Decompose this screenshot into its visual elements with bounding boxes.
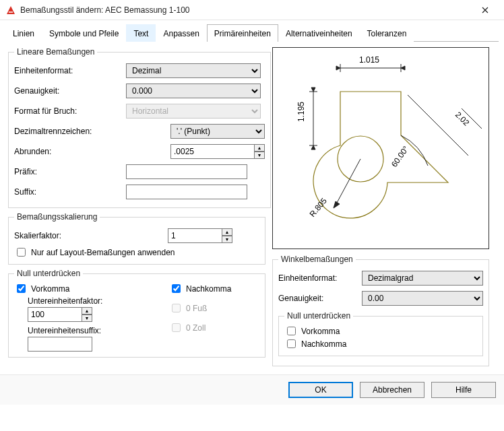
close-button[interactable]: [472, 1, 499, 20]
group-angular-zero-legend: Null unterdrücken: [284, 311, 353, 321]
subsuffix-label: Untereinheitensuffix:: [28, 326, 149, 335]
tab-alternativeinheiten[interactable]: Alternativeinheiten: [278, 24, 360, 42]
ang-unitformat-select[interactable]: Dezimalgrad: [362, 271, 483, 286]
trailing-checkbox[interactable]: Nachkomma: [169, 282, 231, 295]
leading-checkbox[interactable]: Vorkomma: [14, 282, 149, 295]
tab-strip: Linien Symbole und Pfeile Text Anpassen …: [0, 20, 504, 42]
round-up[interactable]: ▲: [254, 144, 265, 152]
unitformat-label: Einheitenformat:: [14, 66, 122, 75]
tab-primaereinheiten[interactable]: Primäreinheiten: [207, 24, 278, 42]
help-button[interactable]: Hilfe: [431, 382, 496, 398]
group-linear: Lineare Bemaßungen Einheitenformat: Dezi…: [8, 47, 271, 208]
tab-linien[interactable]: Linien: [5, 24, 42, 42]
subfactor-label: Untereinheitenfaktor:: [28, 296, 149, 306]
fraction-label: Format für Bruch:: [14, 106, 122, 116]
scalefactor-spinner[interactable]: ▲▼: [168, 228, 232, 243]
group-zero: Null unterdrücken Vorkomma Untereinheite…: [8, 269, 265, 358]
inch-checkbox: 0 Zoll: [169, 321, 231, 334]
tab-toleranzen[interactable]: Toleranzen: [360, 24, 414, 42]
preview-pane: 1.015 1.195 R.805 60.00° 2.02: [272, 47, 489, 249]
ang-unitformat-label: Einheitenformat:: [278, 273, 358, 283]
group-scale: Bemaßungsskalierung Skalierfaktor: ▲▼ Nu…: [8, 212, 265, 265]
app-icon: [5, 5, 16, 15]
suffix-label: Suffix:: [14, 187, 122, 197]
feet-checkbox: 0 Fuß: [169, 302, 231, 314]
scalefactor-label: Skalierfaktor:: [14, 231, 164, 240]
tab-anpassen[interactable]: Anpassen: [156, 24, 206, 42]
close-icon: [482, 7, 489, 13]
cancel-button[interactable]: Abbrechen: [360, 382, 424, 398]
ang-precision-label: Genauigkeit:: [278, 294, 358, 303]
scalefactor-down[interactable]: ▼: [222, 236, 232, 243]
prefix-label: Präfix:: [14, 167, 122, 176]
round-down[interactable]: ▼: [254, 152, 265, 159]
ang-trailing-checkbox[interactable]: Nachkomma: [284, 337, 477, 350]
fraction-select: Horizontal: [126, 104, 261, 119]
unitformat-select[interactable]: Dezimal: [126, 63, 261, 78]
window-title: Bemaßungsstil ändern: AEC Bemassung 1-10…: [20, 5, 472, 15]
subfactor-down[interactable]: ▼: [82, 314, 92, 322]
preview-drawing: 1.015 1.195 R.805 60.00° 2.02: [273, 48, 489, 248]
subsuffix-input[interactable]: [28, 337, 92, 352]
group-zero-legend: Null unterdrücken: [14, 269, 83, 278]
suffix-input[interactable]: [126, 185, 247, 199]
svg-text:2.02: 2.02: [453, 110, 472, 128]
scalefactor-input[interactable]: [168, 228, 222, 243]
decsep-label: Dezimaltrennzeichen:: [14, 127, 122, 136]
decsep-select[interactable]: '.' (Punkt): [170, 124, 265, 139]
ang-precision-select[interactable]: 0.00: [362, 291, 483, 306]
prefix-input[interactable]: [126, 164, 247, 179]
group-angular-zero: Null unterdrücken Vorkomma Nachkomma: [278, 311, 483, 356]
dialog-footer: OK Abbrechen Hilfe: [0, 374, 504, 405]
svg-text:1.195: 1.195: [296, 102, 306, 122]
tab-symbole[interactable]: Symbole und Pfeile: [42, 24, 126, 42]
round-label: Abrunden:: [14, 147, 122, 156]
subfactor-spinner[interactable]: ▲▼: [28, 307, 149, 322]
ang-leading-checkbox[interactable]: Vorkomma: [284, 325, 477, 337]
layout-only-checkbox[interactable]: Nur auf Layout-Bemaßungen anwenden: [14, 246, 259, 259]
ok-button[interactable]: OK: [288, 382, 353, 398]
tab-text[interactable]: Text: [126, 24, 156, 42]
titlebar: Bemaßungsstil ändern: AEC Bemassung 1-10…: [0, 0, 504, 20]
svg-text:R.805: R.805: [308, 196, 329, 219]
precision-select[interactable]: 0.000: [126, 84, 261, 98]
svg-text:60.00°: 60.00°: [389, 144, 411, 169]
svg-text:1.015: 1.015: [359, 55, 379, 65]
precision-label: Genauigkeit:: [14, 86, 122, 96]
group-angular: Winkelbemaßungen Einheitenformat: Dezima…: [272, 255, 489, 366]
subfactor-up[interactable]: ▲: [82, 307, 92, 314]
scalefactor-up[interactable]: ▲: [222, 228, 232, 236]
round-input[interactable]: [170, 144, 254, 159]
group-angular-legend: Winkelbemaßungen: [278, 255, 356, 264]
round-spinner[interactable]: ▲▼: [170, 144, 265, 159]
group-scale-legend: Bemaßungsskalierung: [14, 212, 100, 222]
subfactor-input[interactable]: [28, 307, 82, 322]
group-linear-legend: Lineare Bemaßungen: [14, 47, 97, 57]
